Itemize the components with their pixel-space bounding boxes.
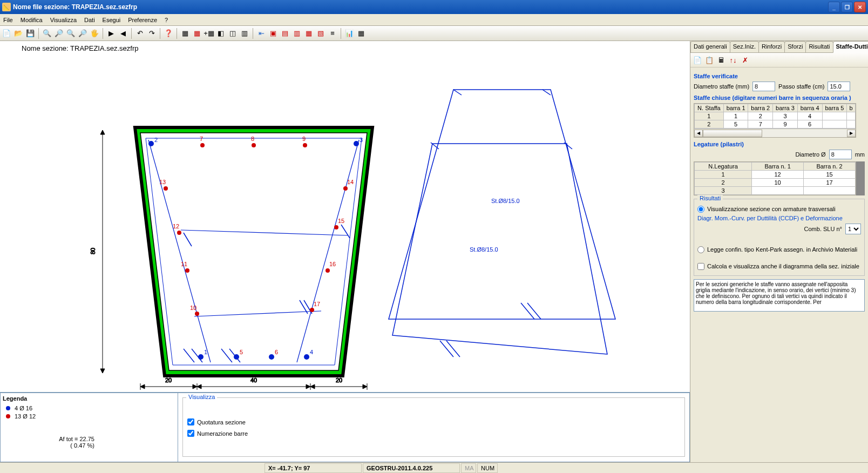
svg-point-35 [354,141,359,146]
menu-esegui[interactable]: Esegui [103,17,121,23]
svg-text:17: 17 [314,301,320,307]
svg-text:9: 9 [302,136,306,142]
redo-icon[interactable]: ↷ [146,28,157,39]
diametro-label: Diametro staffe (mm) [694,83,749,90]
svg-marker-17 [363,384,367,389]
addgrid-icon[interactable]: +▦ [204,28,214,39]
doc-icon[interactable]: 📄 [693,55,702,65]
table-icon[interactable]: ▦ [356,28,367,39]
check-quotatura[interactable]: Quotatura sezione [187,418,680,425]
toggle3-icon[interactable]: ▥ [239,28,250,39]
copy-icon[interactable]: 📋 [704,55,714,65]
layers-icon[interactable]: ≡ [327,28,338,39]
first-icon[interactable]: ▶ [106,28,117,39]
svg-text:40: 40 [250,377,257,383]
svg-text:2: 2 [154,137,158,143]
diametro-input[interactable] [752,82,775,91]
clear-icon[interactable]: ✗ [740,55,750,65]
svg-text:15: 15 [338,218,344,224]
sort-icon[interactable]: ↑↓ [728,55,738,65]
tab-risultati[interactable]: Risultati [805,41,833,52]
close-button[interactable]: ✕ [854,2,866,12]
caseA-icon[interactable]: ▣ [268,28,279,39]
risultati-title: Risultati [697,195,723,201]
hint-box[interactable]: Per le sezioni generiche le staffe vanno… [694,279,865,312]
grid-icon[interactable]: ▦ [180,28,191,39]
caseB-icon[interactable]: ▤ [280,28,290,39]
window-title: Nome file sezione: TRAPEZIA.sez.sezfrp [13,3,827,11]
visualizza-group-title: Visualizza [186,394,217,400]
zoom-out-icon[interactable]: 🔍 [42,28,52,39]
table-row: 11215 [695,171,856,179]
svg-point-33 [148,141,154,146]
tab-dati-generali[interactable]: Dati generali [690,41,730,52]
svg-point-49 [303,143,307,147]
check-numerazione[interactable]: Numerazione barre [187,430,680,437]
save-icon[interactable]: 💾 [25,28,36,39]
zoom-fit-icon[interactable]: 🔎 [77,28,88,39]
check-calc-diagramma[interactable]: Calcola e visualizza anche il diagramma … [697,263,861,270]
staffe-hscroll[interactable]: ◀ ▶ [694,129,856,137]
svg-point-59 [185,268,189,273]
comb-select[interactable]: 1 [845,224,861,234]
svg-marker-14 [197,384,201,389]
menu-preferenze[interactable]: Preferenze [128,17,157,23]
legature-vscroll[interactable] [856,161,865,195]
svg-point-57 [334,225,338,229]
staffe-grid[interactable]: N. Staffa barra 1 barra 2 barra 3 barra … [694,103,856,138]
gridred-icon[interactable]: ▦ [192,28,202,39]
status-ma: MA [461,463,476,473]
caseD-icon[interactable]: ▦ [303,28,314,39]
pan-icon[interactable]: 🖐 [89,28,100,39]
help-icon[interactable]: ❓ [163,28,174,39]
passo-input[interactable] [828,82,850,91]
tab-sez-iniz[interactable]: Sez.Iniz. [730,41,759,52]
svg-text:St.Ø8/15.0: St.Ø8/15.0 [491,198,520,204]
link-diagramma[interactable]: Diagr. Mom.-Curv. per Duttilità (CCDF) e… [697,215,861,221]
menu-visualizza[interactable]: Visualizza [50,17,77,23]
visualizza-panel: Visualizza Quotatura sezione Numerazione… [178,393,690,462]
tab-rinforzi[interactable]: Rinforzi [758,41,785,52]
tab-sforzi[interactable]: Sforzi [784,41,806,52]
svg-text:3: 3 [360,137,363,143]
legature-grid[interactable]: N.LegaturaBarra n. 1Barra n. 2 11215 210… [694,161,856,195]
comb-label: Comb. SLU n° [804,226,842,232]
menu-file[interactable]: File [3,17,13,23]
svg-point-61 [326,268,330,273]
leg-diam-input[interactable] [829,150,852,159]
menu-help[interactable]: ? [165,17,168,23]
menu-modifica[interactable]: Modifica [21,17,43,23]
radio-visualizzazione[interactable]: Visualizzazione sezione con armature tra… [697,206,861,213]
legend-title: Legenda [3,395,175,402]
staffe-vscroll[interactable] [856,103,865,138]
new-icon[interactable]: 📄 [1,28,12,39]
toggle2-icon[interactable]: ◫ [227,28,238,39]
tab-staffe-duttilita[interactable]: Staffe-Duttilità [833,41,869,53]
svg-point-43 [269,354,274,360]
minimize-button[interactable]: _ [828,2,840,12]
zoom-window-icon[interactable]: 🔎 [53,28,64,39]
leg-diam-unit: mm [855,151,865,158]
toggle1-icon[interactable]: ◧ [215,28,226,39]
caseE-icon[interactable]: ▧ [315,28,326,39]
legend-item-2: 13 Ø 12 [6,413,172,420]
zoom-in-icon[interactable]: 🔍 [65,28,76,39]
menu-dati[interactable]: Dati [84,17,95,23]
calc-icon[interactable]: 🖩 [716,55,726,65]
legend-item-1: 4 Ø 16 [6,405,172,411]
maximize-button[interactable]: ❐ [841,2,853,12]
leftarrow-icon[interactable]: ⇤ [256,28,267,39]
undo-icon[interactable]: ↶ [134,28,145,39]
scroll-right-icon[interactable]: ▶ [847,130,856,137]
toolbar: 📄 📂 💾 🔍 🔎 🔍 🔎 🖐 ▶ ◀ ↶ ↷ ❓ ▦ ▦ +▦ ◧ ◫ ▥ ⇤… [0,26,868,41]
radio-kent-park[interactable]: Legge confin. tipo Kent-Park assegn. in … [697,246,861,253]
caseC-icon[interactable]: ▥ [291,28,302,39]
svg-text:St.Ø8/15.0: St.Ø8/15.0 [470,246,498,253]
svg-line-71 [440,341,453,357]
scroll-left-icon[interactable]: ◀ [694,130,703,137]
svg-line-73 [521,303,534,319]
open-icon[interactable]: 📂 [13,28,24,39]
chart-icon[interactable]: 📊 [344,28,355,39]
prev-icon[interactable]: ◀ [118,28,128,39]
canvas-area[interactable]: Nome sezione: TRAPEZIA.sez.sezfrp 80 [0,41,690,462]
